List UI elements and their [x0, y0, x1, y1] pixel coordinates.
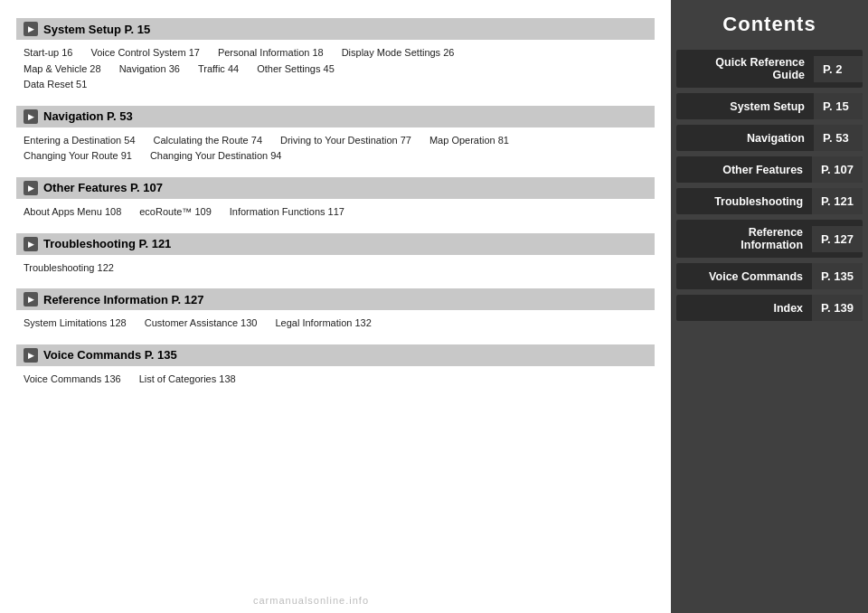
- sidebar-page: P. 127: [812, 226, 863, 252]
- section-row-item: Other Settings 45: [257, 61, 335, 78]
- section-system-setup: System Setup P. 15 Start-up 16Voice Cont…: [16, 18, 655, 97]
- section-row: Map & Vehicle 28Navigation 36Traffic 44O…: [24, 61, 647, 78]
- sidebar-label: Troubleshooting: [676, 189, 812, 214]
- section-row-item: System Limitations 128: [24, 316, 127, 332]
- section-row: Start-up 16Voice Control System 17Person…: [24, 45, 647, 61]
- section-title-voice-commands: Voice Commands P. 135: [43, 348, 177, 362]
- section-rows-system-setup: Start-up 16Voice Control System 17Person…: [16, 43, 655, 97]
- sidebar-label: Quick Reference Guide: [676, 50, 814, 88]
- sidebar-page: P. 121: [812, 188, 863, 214]
- sidebar-label: Index: [676, 296, 812, 321]
- section-title-other-features: Other Features P. 107: [43, 181, 163, 194]
- section-header-navigation: Navigation P. 53: [16, 106, 655, 127]
- sidebar: Contents Quick Reference Guide P. 2 Syst…: [671, 0, 868, 613]
- section-row-item: ecoRoute™ 109: [139, 204, 212, 221]
- section-row-item: Voice Control System 17: [90, 45, 199, 61]
- section-row-item: Information Functions 117: [230, 204, 344, 221]
- section-rows-navigation: Entering a Destination 54Calculating the…: [16, 131, 655, 168]
- section-header-reference-information: Reference Information P. 127: [16, 288, 655, 310]
- section-row-item: Traffic 44: [198, 61, 239, 78]
- section-row: Changing Your Route 91Changing Your Dest…: [24, 148, 647, 165]
- section-title-reference-information: Reference Information P. 127: [43, 293, 204, 306]
- sidebar-label: Reference Information: [676, 220, 812, 258]
- section-row-item: Navigation 36: [119, 61, 180, 78]
- sidebar-label: Voice Commands: [676, 264, 812, 289]
- sidebar-label: System Setup: [676, 94, 814, 119]
- section-row-item: Changing Your Destination 94: [150, 148, 282, 165]
- sidebar-item-index[interactable]: Index P. 139: [676, 295, 863, 321]
- section-rows-reference-information: System Limitations 128Customer Assistanc…: [16, 314, 655, 335]
- section-row-item: Map & Vehicle 28: [24, 61, 101, 78]
- section-row-item: Voice Commands 136: [24, 372, 121, 388]
- section-row-item: Driving to Your Destination 77: [280, 133, 411, 149]
- section-rows-troubleshooting: Troubleshooting 122: [16, 259, 655, 280]
- section-row: System Limitations 128Customer Assistanc…: [24, 316, 647, 332]
- section-header-troubleshooting: Troubleshooting P. 121: [16, 233, 655, 255]
- sidebar-item-system-setup[interactable]: System Setup P. 15: [676, 93, 863, 119]
- section-icon-navigation: [24, 109, 38, 124]
- section-header-voice-commands: Voice Commands P. 135: [16, 344, 655, 366]
- section-row: Data Reset 51: [24, 77, 647, 93]
- section-row-item: Troubleshooting 122: [24, 260, 114, 277]
- section-row: Voice Commands 136List of Categories 138: [24, 372, 647, 388]
- section-row-item: Map Operation 81: [429, 133, 509, 149]
- main-content: System Setup P. 15 Start-up 16Voice Cont…: [0, 0, 671, 613]
- sidebar-item-navigation[interactable]: Navigation P. 53: [676, 125, 863, 151]
- sidebar-title: Contents: [671, 0, 868, 47]
- sidebar-page: P. 2: [814, 56, 863, 82]
- section-row-item: Customer Assistance 130: [145, 316, 258, 332]
- sidebar-label: Navigation: [676, 126, 814, 151]
- section-row: Entering a Destination 54Calculating the…: [24, 133, 647, 149]
- section-row-item: Changing Your Route 91: [24, 148, 132, 165]
- section-icon-voice-commands: [24, 348, 38, 363]
- sidebar-page: P. 15: [814, 93, 863, 119]
- section-row-item: Data Reset 51: [24, 77, 87, 93]
- section-title-navigation: Navigation P. 53: [43, 109, 133, 123]
- section-row-item: Calculating the Route 74: [154, 133, 262, 149]
- section-header-other-features: Other Features P. 107: [16, 177, 655, 199]
- sidebar-item-voice-commands[interactable]: Voice Commands P. 135: [676, 263, 863, 289]
- sidebar-page: P. 139: [812, 295, 863, 321]
- section-title-troubleshooting: Troubleshooting P. 121: [43, 237, 171, 250]
- sidebar-page: P. 135: [812, 263, 863, 289]
- sidebar-page: P. 53: [814, 125, 863, 151]
- section-row-item: Legal Information 132: [275, 316, 371, 332]
- section-header-system-setup: System Setup P. 15: [16, 18, 655, 40]
- section-row-item: Entering a Destination 54: [24, 133, 136, 149]
- section-icon-troubleshooting: [24, 237, 38, 251]
- section-title-system-setup: System Setup P. 15: [43, 23, 150, 36]
- section-row-item: Start-up 16: [24, 45, 72, 61]
- section-row-item: Personal Information 18: [218, 45, 324, 61]
- section-icon-system-setup: [24, 22, 38, 36]
- section-row-item: List of Categories 138: [139, 372, 236, 388]
- section-navigation: Navigation P. 53 Entering a Destination …: [16, 106, 655, 168]
- section-rows-other-features: About Apps Menu 108ecoRoute™ 109Informat…: [16, 203, 655, 224]
- sidebar-item-reference-information[interactable]: Reference Information P. 127: [676, 220, 863, 258]
- section-reference-information: Reference Information P. 127 System Limi…: [16, 288, 655, 335]
- section-voice-commands: Voice Commands P. 135 Voice Commands 136…: [16, 344, 655, 391]
- section-row-item: About Apps Menu 108: [24, 204, 121, 221]
- section-icon-reference-information: [24, 292, 38, 306]
- section-other-features: Other Features P. 107 About Apps Menu 10…: [16, 177, 655, 224]
- section-row: About Apps Menu 108ecoRoute™ 109Informat…: [24, 204, 647, 221]
- sidebar-item-troubleshooting[interactable]: Troubleshooting P. 121: [676, 188, 863, 214]
- sidebar-item-other-features[interactable]: Other Features P. 107: [676, 156, 863, 183]
- section-row-item: Display Mode Settings 26: [342, 45, 455, 61]
- sidebar-page: P. 107: [812, 156, 863, 183]
- section-troubleshooting: Troubleshooting P. 121 Troubleshooting 1…: [16, 233, 655, 280]
- sidebar-label: Other Features: [676, 157, 812, 183]
- section-row: Troubleshooting 122: [24, 260, 647, 277]
- section-icon-other-features: [24, 181, 38, 195]
- sidebar-item-quick-reference-guide[interactable]: Quick Reference Guide P. 2: [676, 50, 863, 88]
- section-rows-voice-commands: Voice Commands 136List of Categories 138: [16, 370, 655, 391]
